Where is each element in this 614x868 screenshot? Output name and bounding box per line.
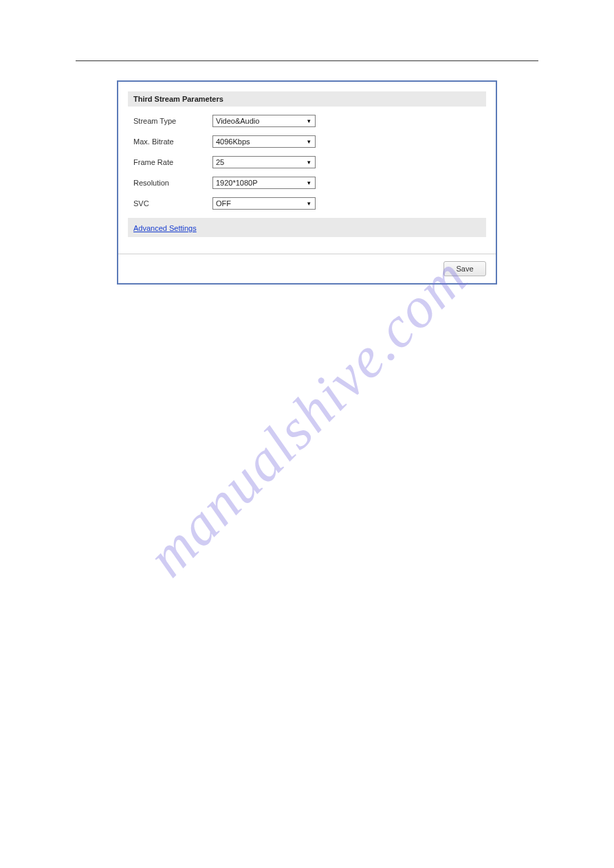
page-top-divider (76, 60, 538, 61)
label-max-bitrate: Max. Bitrate (133, 137, 212, 146)
select-value: 25 (215, 157, 304, 168)
save-row: Save (118, 261, 496, 283)
label-frame-rate: Frame Rate (133, 158, 212, 166)
row-max-bitrate: Max. Bitrate 4096Kbps ▾ (128, 133, 486, 151)
select-max-bitrate[interactable]: 4096Kbps ▾ (212, 135, 316, 148)
select-resolution[interactable]: 1920*1080P ▾ (212, 177, 316, 189)
select-value: Video&Audio (215, 115, 304, 126)
select-frame-rate[interactable]: 25 ▾ (212, 156, 316, 168)
select-value: 4096Kbps (215, 136, 304, 147)
save-button[interactable]: Save (443, 261, 486, 276)
select-value: 1920*1080P (215, 177, 304, 188)
row-resolution: Resolution 1920*1080P ▾ (128, 174, 486, 192)
section-header: Third Stream Parameters (128, 91, 486, 107)
select-stream-type[interactable]: Video&Audio ▾ (212, 115, 316, 127)
label-svc: SVC (133, 199, 212, 208)
watermark-text: manualshive.com (134, 243, 481, 590)
settings-panel: Third Stream Parameters Stream Type Vide… (117, 80, 497, 285)
label-resolution: Resolution (133, 179, 212, 187)
chevron-down-icon: ▾ (304, 179, 314, 186)
row-stream-type: Stream Type Video&Audio ▾ (128, 112, 486, 130)
select-value: OFF (215, 198, 304, 209)
advanced-settings-link[interactable]: Advanced Settings (133, 224, 197, 232)
row-frame-rate: Frame Rate 25 ▾ (128, 153, 486, 171)
select-svc[interactable]: OFF ▾ (212, 197, 316, 210)
chevron-down-icon: ▾ (304, 118, 314, 124)
chevron-down-icon: ▾ (304, 159, 314, 166)
panel-divider (118, 254, 496, 254)
label-stream-type: Stream Type (133, 117, 212, 125)
row-svc: SVC OFF ▾ (128, 194, 486, 212)
advanced-settings-bar: Advanced Settings (128, 218, 486, 237)
chevron-down-icon: ▾ (304, 200, 314, 207)
chevron-down-icon: ▾ (304, 138, 314, 145)
